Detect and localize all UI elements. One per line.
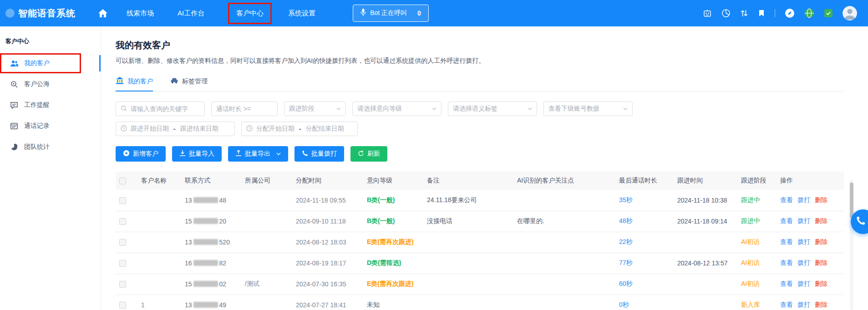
table-row: 13482024-11-18 09:55B类(一般)24.11.18要来公司35… [116, 190, 844, 211]
delete-link[interactable]: 删除 [815, 238, 827, 245]
cell-note [423, 253, 513, 274]
view-link[interactable]: 查看 [780, 301, 793, 308]
sidebar-item-call-records[interactable]: 通话记录 [0, 116, 101, 137]
chevron-down-icon [432, 107, 437, 110]
view-link[interactable]: 查看 [780, 280, 793, 287]
dial-link[interactable]: 拨打 [797, 301, 810, 308]
keyword-search-input[interactable] [131, 105, 200, 112]
col-ai-focus: AI识别的客户关注点 [513, 172, 615, 190]
select-all-checkbox[interactable] [119, 178, 126, 184]
cell-customer-name [137, 211, 181, 232]
range-start-placeholder: 跟进开始日期 [131, 125, 169, 133]
dial-link[interactable]: 拨打 [797, 217, 810, 224]
batch-export-button[interactable]: 批量导出 [228, 146, 288, 162]
follow-date-range-picker[interactable]: 跟进开始日期 - 跟进结束日期 [116, 122, 235, 136]
sidebar-item-team-stats[interactable]: 团队统计 [0, 137, 101, 158]
cell-follow-time [674, 295, 737, 310]
chevron-down-icon [336, 107, 341, 110]
cell-customer-name: 1 [137, 295, 181, 310]
delete-link[interactable]: 删除 [815, 259, 827, 266]
follow-stage-select[interactable]: 跟进阶段 [284, 102, 346, 116]
globe-icon[interactable] [804, 8, 814, 18]
view-link[interactable]: 查看 [780, 217, 793, 224]
redacted-digits [193, 239, 218, 245]
main-nav: 线索市场 AI工作台 客户中心 系统设置 [127, 3, 339, 24]
nav-item-customer-center[interactable]: 客户中心 [236, 9, 264, 18]
nav-item-system-settings[interactable]: 系统设置 [288, 9, 315, 18]
call-duration-input[interactable] [216, 105, 273, 112]
duration-link[interactable]: 48秒 [619, 217, 633, 224]
duration-link[interactable]: 22秒 [619, 238, 633, 245]
bot-calling-label: Bot 正在呼叫 [370, 9, 407, 17]
assign-date-range-picker[interactable]: 分配开始日期 - 分配结束日期 [241, 122, 358, 136]
refresh-button[interactable]: 刷新 [350, 146, 387, 162]
tab-my-customers[interactable]: 我的客户 [116, 77, 153, 91]
cell-follow-stage: AI初访 [737, 232, 777, 253]
cell-note: 24.11.18要来公司 [423, 190, 513, 211]
plus-circle-icon [123, 150, 130, 158]
duration-link[interactable]: 77秒 [619, 259, 633, 266]
vertical-scrollbar[interactable] [850, 180, 853, 310]
bot-calling-button[interactable]: Bot 正在呼叫 0 [353, 5, 429, 22]
dial-link[interactable]: 拨打 [797, 259, 810, 266]
delete-link[interactable]: 删除 [815, 217, 827, 224]
batch-import-button[interactable]: 批量导入 [172, 146, 222, 162]
row-checkbox[interactable] [119, 218, 126, 225]
cell-operations: 查看拨打删除 [777, 232, 844, 253]
dial-link[interactable]: 拨打 [797, 280, 810, 287]
intent-level-select[interactable]: 请选择意向等级 [352, 102, 442, 116]
delete-link[interactable]: 删除 [815, 196, 827, 203]
row-checkbox[interactable] [119, 260, 126, 267]
cell-assign-time: 2024-07-30 16:35 [292, 274, 363, 295]
cell-customer-name [137, 232, 181, 253]
delete-link[interactable]: 删除 [815, 301, 827, 308]
dial-link[interactable]: 拨打 [797, 238, 810, 245]
button-label: 刷新 [367, 150, 380, 158]
page-description: 可以新增、删除、修改客户的资料信息，同时可以直接将客户加入到AI的快捷拨打列表，… [116, 57, 868, 65]
col-customer-name: 客户名称 [137, 172, 181, 190]
duration-link[interactable]: 60秒 [619, 280, 633, 287]
dial-link[interactable]: 拨打 [797, 196, 810, 203]
row-checkbox[interactable] [119, 197, 126, 204]
subaccount-data-select[interactable]: 查看下级账号数据 [543, 102, 633, 116]
row-checkbox[interactable] [119, 239, 126, 246]
duration-link[interactable]: 0秒 [619, 301, 629, 308]
semantic-tag-select[interactable]: 请选择语义标签 [448, 102, 537, 116]
compass-icon[interactable] [785, 8, 795, 18]
home-icon[interactable] [98, 9, 107, 17]
row-checkbox[interactable] [119, 302, 126, 309]
view-link[interactable]: 查看 [780, 196, 793, 203]
cell-follow-time: 2024-11-18 09:14 [674, 211, 737, 232]
pie-icon[interactable] [721, 9, 731, 18]
keyword-search-field[interactable] [116, 102, 205, 116]
call-duration-field[interactable] [211, 102, 278, 116]
navbar-icon-group [703, 6, 868, 20]
tab-tag-management[interactable]: 标签管理 [170, 77, 208, 91]
nav-item-ai-workbench[interactable]: AI工作台 [178, 9, 204, 18]
user-avatar[interactable] [843, 6, 857, 20]
scrollbar-thumb[interactable] [850, 183, 853, 218]
view-link[interactable]: 查看 [780, 238, 793, 245]
annotation-box-nav: 客户中心 [228, 3, 272, 24]
batch-dial-button[interactable]: 批量拨打 [294, 146, 344, 162]
sidebar-item-customer-pool[interactable]: 客户公海 [0, 74, 101, 95]
work-reminder-icon [10, 102, 18, 109]
customer-table: 客户名称 联系方式 所属公司 分配时间 意向等级 备注 AI识别的客户关注点 最… [116, 172, 844, 310]
robot-icon[interactable] [703, 9, 712, 18]
bookmark-icon[interactable] [758, 9, 765, 17]
redacted-digits [193, 302, 218, 308]
row-checkbox[interactable] [119, 281, 126, 288]
cell-last-call-duration: 22秒 [615, 232, 674, 253]
delete-link[interactable]: 删除 [815, 280, 827, 287]
screenshot-icon[interactable] [824, 9, 833, 18]
sidebar-item-work-reminder[interactable]: 工作提醒 [0, 95, 101, 116]
sidebar-item-my-customers[interactable]: 我的客户 [0, 53, 101, 74]
sidebar-item-label: 客户公海 [24, 80, 50, 88]
filter-row-2: 跟进开始日期 - 跟进结束日期 分配开始日期 - 分配结束日期 [116, 122, 868, 136]
transfer-icon[interactable] [740, 9, 748, 17]
duration-link[interactable]: 35秒 [619, 196, 633, 203]
nav-item-leads-market[interactable]: 线索市场 [127, 9, 154, 18]
action-button-row: 新增客户 批量导入 批量导出 批量拨 [116, 146, 868, 162]
add-customer-button[interactable]: 新增客户 [116, 146, 166, 162]
view-link[interactable]: 查看 [780, 259, 793, 266]
